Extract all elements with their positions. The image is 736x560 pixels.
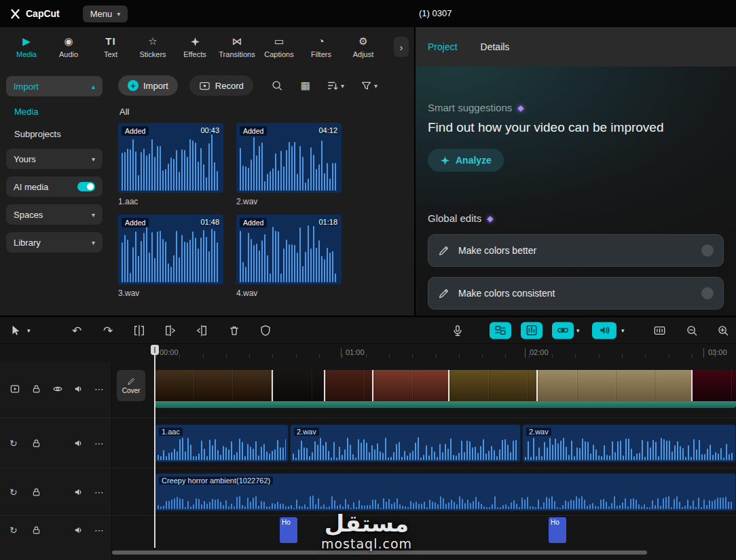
- mute-track-button[interactable]: [73, 384, 84, 394]
- voiceover-button[interactable]: [452, 324, 464, 337]
- audio-separate-dropdown[interactable]: ▾: [621, 327, 625, 334]
- audio-separate-button[interactable]: [592, 322, 617, 339]
- grid-view-button[interactable]: ▦: [301, 79, 310, 92]
- split-keep-left-button[interactable]: [164, 324, 177, 337]
- zoom-in-button[interactable]: [717, 324, 729, 337]
- trash-icon: [228, 324, 240, 337]
- grid-view-icon: ▦: [301, 79, 310, 92]
- filter-button[interactable]: ▾: [361, 80, 378, 92]
- cursor-icon: [10, 324, 22, 337]
- mute-track-button[interactable]: [73, 525, 84, 536]
- tab-transitions[interactable]: ⋈ Transitions: [216, 35, 258, 58]
- media-file-card: Added 04:12 2.wav: [236, 123, 342, 206]
- video-clip[interactable]: [155, 370, 736, 408]
- mute-track-button[interactable]: [73, 487, 84, 498]
- split-keep-right-button[interactable]: [196, 324, 208, 337]
- sidebar-item-yours[interactable]: Yours ▾: [6, 149, 103, 169]
- tab-captions[interactable]: ▭ Captions: [258, 35, 300, 58]
- menu-button[interactable]: Menu ▾: [83, 5, 128, 22]
- lock-track-button[interactable]: [31, 384, 41, 394]
- cover-button[interactable]: Cover: [117, 370, 145, 401]
- tab-audio[interactable]: ◉ Audio: [48, 35, 90, 58]
- lock-icon: [31, 487, 41, 498]
- tab-stickers[interactable]: ☆ Stickers: [132, 35, 174, 58]
- sort-button[interactable]: ▾: [327, 79, 344, 92]
- more-icon: ⋯: [94, 525, 104, 536]
- toggle-visibility-button[interactable]: [52, 384, 63, 394]
- playhead-handle[interactable]: [151, 345, 159, 355]
- tab-project[interactable]: Project: [428, 41, 458, 52]
- inspector-panel: Project Details Smart suggestions ◆ Find…: [416, 27, 736, 316]
- zoom-out-button[interactable]: [686, 324, 698, 337]
- relink-media-button[interactable]: [490, 322, 511, 339]
- chevron-down-icon: ▾: [92, 239, 95, 246]
- media-file-thumbnail[interactable]: Added 01:48: [118, 214, 223, 284]
- make-colors-better-toggle[interactable]: [701, 244, 714, 257]
- media-icon: ▶: [22, 35, 31, 48]
- lock-track-button[interactable]: [31, 487, 41, 498]
- lock-track-button[interactable]: [31, 525, 41, 536]
- search-button[interactable]: [271, 79, 283, 92]
- added-badge: Added: [240, 126, 267, 136]
- tab-filters[interactable]: ◔ Filters: [300, 35, 342, 58]
- audio-track-header: ↻ ⋯: [0, 424, 112, 462]
- audio-clip[interactable]: 2.wav: [522, 424, 736, 462]
- tab-media[interactable]: ▶ Media: [5, 35, 48, 58]
- media-file-thumbnail[interactable]: Added 00:43: [118, 123, 223, 193]
- text-clip[interactable]: Ho: [549, 517, 566, 543]
- text-clip[interactable]: Ho: [280, 517, 297, 543]
- tab-details[interactable]: Details: [481, 41, 510, 52]
- delete-button[interactable]: [228, 324, 240, 337]
- capcut-logo-icon: [10, 8, 21, 20]
- select-tool-dropdown[interactable]: ▾: [27, 327, 31, 334]
- sidebar-item-media[interactable]: Media: [6, 104, 103, 119]
- audio-clip[interactable]: Creepy horror ambient(1022762): [155, 473, 736, 511]
- lock-track-button[interactable]: [31, 438, 41, 449]
- audio-clip[interactable]: 2.wav: [290, 424, 521, 462]
- tab-effects[interactable]: Effects: [174, 35, 216, 58]
- split-button[interactable]: [133, 324, 145, 337]
- link-clips-button[interactable]: [552, 322, 574, 339]
- auto-captions-button[interactable]: [521, 322, 542, 339]
- track-more-button[interactable]: ⋯: [94, 384, 104, 394]
- track-more-button[interactable]: ⋯: [94, 438, 104, 449]
- make-colors-consistent-toggle[interactable]: [701, 287, 714, 299]
- sidebar-item-subprojects[interactable]: Subprojects: [6, 126, 103, 141]
- sidebar: Import ▴ Media Subprojects Yours ▾ AI me…: [0, 67, 109, 316]
- sidebar-item-import[interactable]: Import ▴: [6, 76, 103, 96]
- track-more-button[interactable]: ⋯: [94, 525, 104, 536]
- track-more-button[interactable]: ⋯: [94, 487, 104, 498]
- sidebar-item-ai-media[interactable]: AI media: [6, 176, 103, 197]
- media-file-thumbnail[interactable]: Added 04:12: [236, 123, 342, 193]
- redo-button[interactable]: ↷: [103, 323, 113, 337]
- select-tool-button[interactable]: [10, 324, 22, 337]
- timeline-ruler[interactable]: 00:00 01:00 02:00 03:00: [0, 344, 736, 362]
- audio-clip[interactable]: 1.aac: [155, 424, 289, 462]
- text-icon: TI: [105, 35, 115, 48]
- sidebar-item-library[interactable]: Library ▾: [6, 232, 103, 253]
- import-button[interactable]: + Import: [118, 75, 178, 96]
- link-clips-dropdown[interactable]: ▾: [576, 327, 580, 334]
- mute-track-button[interactable]: [73, 438, 84, 449]
- make-colors-better-card[interactable]: Make colors better: [428, 234, 724, 267]
- make-colors-consistent-card[interactable]: Make colors consistent: [428, 277, 724, 310]
- horizontal-scrollbar[interactable]: [112, 550, 647, 555]
- analyze-button[interactable]: Analyze: [428, 149, 504, 172]
- sidebar-item-spaces[interactable]: Spaces ▾: [6, 204, 103, 225]
- microphone-icon: [452, 324, 464, 337]
- record-button[interactable]: Record: [189, 75, 253, 96]
- shield-icon: [259, 324, 272, 337]
- mask-button[interactable]: [259, 324, 272, 337]
- audio-track-header: ↻ ⋯: [0, 473, 112, 511]
- sticker-icon: ☆: [148, 35, 157, 48]
- voice-caption-button[interactable]: [653, 324, 666, 337]
- sparkle-icon: [190, 35, 200, 48]
- tab-adjust[interactable]: ⚙ Adjust: [342, 35, 384, 58]
- tab-text[interactable]: TI Text: [90, 35, 132, 58]
- undo-button[interactable]: ↶: [72, 323, 81, 337]
- captions-icon: ▭: [274, 35, 284, 48]
- media-file-thumbnail[interactable]: Added 01:18: [236, 214, 342, 284]
- video-clip-audio-band: [155, 401, 736, 408]
- panel-expand-button[interactable]: ›: [394, 37, 409, 57]
- ai-media-toggle[interactable]: [77, 182, 95, 191]
